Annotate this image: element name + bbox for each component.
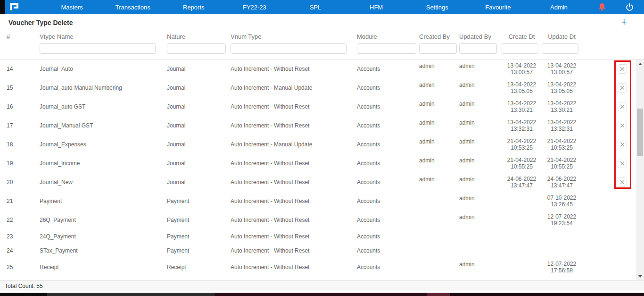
table-row: 20Journal_NewJournalAuto Increment - Wit… [0, 173, 636, 192]
nature-cell: Payment [167, 247, 231, 254]
power-icon [626, 3, 634, 11]
row-number: 20 [7, 179, 40, 186]
updated-by-cell: admin [459, 258, 502, 268]
create-dt-cell: 13-04-202213:32:31 [502, 119, 542, 132]
x-delete-icon [620, 142, 625, 147]
nature-cell: Journal [167, 122, 231, 129]
filter-cell-vnum [231, 43, 357, 54]
create-dt-cell: 24-06-202213:47:47 [502, 176, 542, 189]
updated-by-cell: admin [459, 116, 502, 126]
filter-input-nature[interactable] [167, 43, 226, 54]
filter-input-vtype[interactable] [40, 43, 156, 54]
notification-bell-button[interactable] [589, 3, 615, 11]
total-count-label: Total Count: 55 [5, 283, 43, 289]
updated-by-cell: admin [459, 59, 502, 69]
nav-item-settings[interactable]: Settings [407, 0, 468, 14]
scroll-up-arrow[interactable] [636, 60, 644, 67]
row-number: 19 [7, 160, 40, 167]
filter-input-updated_by[interactable] [459, 43, 497, 54]
vtype-name-cell: Journal_Expenses [40, 141, 167, 148]
create-dt-cell: 13-04-202213:30:21 [502, 100, 542, 113]
vertical-scrollbar[interactable] [636, 59, 644, 280]
update-dt-cell: 12-07-202217:56:59 [542, 261, 582, 274]
vnum-type-cell: Auto Increment - Without Reset [231, 198, 357, 204]
filter-input-module[interactable] [357, 43, 416, 54]
row-actions [582, 64, 636, 74]
created-by-cell [419, 244, 459, 247]
nav-item-hfm[interactable]: HFM [346, 0, 407, 14]
updated-by-cell [459, 277, 502, 280]
nav-item-admin[interactable]: Admin [528, 0, 589, 14]
nav-item-masters[interactable]: Masters [41, 0, 102, 14]
module-cell: Accounts [357, 247, 419, 254]
nav-item-transactions[interactable]: Transactions [102, 0, 163, 14]
filter-input-created_by[interactable] [419, 43, 457, 54]
scrollbar-thumb[interactable] [637, 109, 643, 156]
column-header-num: # [7, 33, 40, 40]
table-row: 2324Q_PaymentPaymentAuto Increment - Wit… [0, 229, 636, 244]
updated-by-cell: admin [459, 173, 502, 183]
vtype-name-cell: 24Q_Payment [40, 233, 167, 240]
table-row: 19Journal_IncomeJournalAuto Increment - … [0, 154, 636, 173]
nature-cell: Journal [167, 66, 231, 72]
vnum-type-cell: Auto Increment - Without Reset [231, 217, 357, 223]
logout-power-button[interactable] [615, 3, 644, 11]
filter-cell-updated_by [459, 43, 502, 54]
vtype-name-cell: 26Q_Payment [40, 217, 167, 223]
table-row: 26Advance ReceiptReceipt_AdvAuto Increme… [0, 277, 636, 280]
logo-left-black-strip [0, 0, 5, 14]
row-actions [582, 178, 636, 187]
vnum-type-cell: Auto Increment - Without Reset [231, 122, 357, 129]
nav-item-fy22-23[interactable]: FY22-23 [224, 0, 285, 14]
filter-cell-module [357, 43, 419, 54]
table-body: 14Journal_AutoJournalAuto Increment - Wi… [0, 59, 644, 280]
delete-row-button[interactable] [618, 102, 627, 111]
created-by-cell: admin [419, 59, 459, 69]
scroll-down-arrow[interactable] [636, 273, 644, 279]
filter-input-create_dt[interactable] [502, 43, 538, 54]
vtype-name-cell: Journal_New [40, 179, 167, 186]
created-by-cell: admin [419, 173, 459, 183]
delete-row-button[interactable] [618, 178, 627, 187]
column-header-create_dt: Create Dt [502, 33, 542, 40]
x-delete-icon [620, 180, 625, 185]
module-cell: Accounts [357, 233, 419, 240]
nav-item-favourite[interactable]: Favourite [468, 0, 528, 14]
module-cell: Accounts [357, 160, 419, 167]
table-header-row: #Vtype NameNatureVnum TypeModuleCreated … [0, 33, 636, 40]
vtype-name-cell: Payment [40, 198, 167, 204]
delete-row-button[interactable] [618, 159, 627, 168]
filter-input-vnum[interactable] [231, 43, 347, 54]
column-header-module: Module [357, 33, 419, 40]
row-number: 17 [7, 122, 40, 129]
row-actions [582, 102, 636, 111]
row-number: 25 [7, 264, 40, 271]
bottom-edge-strip [0, 293, 644, 296]
nature-cell: Journal [167, 179, 231, 186]
created-by-cell: admin [419, 97, 459, 107]
vtype-name-cell: Journal_auto-Manual Numbering [40, 85, 167, 91]
module-cell: Accounts [357, 66, 419, 72]
filter-input-update_dt[interactable] [542, 43, 578, 54]
row-actions [582, 140, 636, 149]
module-cell: Accounts [357, 198, 419, 204]
nav-item-reports[interactable]: Reports [163, 0, 224, 14]
delete-row-button[interactable] [618, 83, 627, 93]
filter-cell-created_by [419, 43, 459, 54]
brand-logo-icon [8, 1, 20, 13]
row-actions [582, 83, 636, 93]
delete-row-button[interactable] [618, 140, 627, 149]
column-header-updated_by: Updated By [459, 33, 502, 40]
update-dt-cell: 13-04-202213:30:21 [542, 100, 582, 113]
updated-by-cell: admin [459, 154, 502, 164]
app-logo[interactable] [0, 0, 41, 14]
row-number: 21 [7, 198, 40, 204]
vnum-type-cell: Auto Increment - Manual Update [231, 85, 357, 91]
nav-item-spl[interactable]: SPL [285, 0, 346, 14]
vnum-type-cell: Auto Increment - Without Reset [231, 247, 357, 254]
delete-row-button[interactable] [618, 64, 627, 74]
update-dt-cell: 12-07-202219:23:54 [542, 213, 582, 227]
add-voucher-type-button[interactable]: + [621, 17, 627, 27]
delete-row-button[interactable] [618, 121, 627, 130]
row-number: 22 [7, 217, 40, 223]
